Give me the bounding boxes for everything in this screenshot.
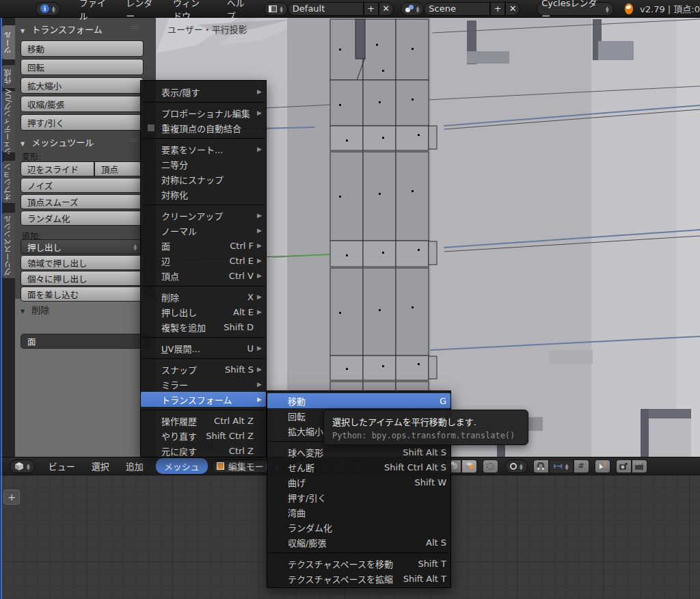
scene-close-button[interactable]: ✕ [505,2,520,16]
button-extrude-region[interactable]: 領域で押し出し [21,255,144,270]
panel-header-mesh-tools[interactable]: ▼ メッシュツール [21,135,94,148]
proportional-snap-project-button[interactable] [595,460,610,473]
menu-item-symmetrize[interactable]: 対称化▶ [141,187,266,202]
tab-tools[interactable]: ツール [1,25,15,60]
select-menu[interactable]: 選択 [83,460,118,472]
tab-grease-pencil[interactable]: グリースペンシル [1,212,15,279]
menu-item-snap[interactable]: スナップShift S▶ [141,362,266,377]
edit-mode-icon [217,462,224,470]
menu-render[interactable]: レンダー [116,0,163,22]
tab-create[interactable]: 作成 [1,64,15,89]
button-translate[interactable]: 移動 [21,40,144,57]
magnet-icon [537,462,545,470]
menu-item-delete[interactable]: 削除X▶ [141,289,266,304]
window-type-selector[interactable]: i ▲▼ [36,2,60,16]
menu-item-faces[interactable]: 面Ctrl F▶ [141,238,266,253]
menu-item-undo[interactable]: 元に戻すCtrl Z▶ [141,443,266,458]
limit-selection-visible-button[interactable] [483,460,498,473]
submenu-item-shear[interactable]: せん断Shift Ctrl Alt S [267,460,450,475]
submenu-item-push-pull[interactable]: 押す/引く [267,490,450,505]
opengl-render-animation-button[interactable] [632,460,647,473]
snap-target-button[interactable]: # [574,460,589,473]
panel-header-transform[interactable]: ▼ トランスフォーム [21,23,103,36]
menu-item-show-hide[interactable]: 表示/隠す▶ [141,84,266,99]
menu-item-mirror[interactable]: ミラー▶ [141,377,266,392]
layout-close-button[interactable]: ✕ [379,2,394,16]
menu-separator [142,410,265,410]
panel-drag-handle[interactable]: ∷∷ [131,25,139,31]
button-vertex-smooth[interactable]: 頂点スムーズ [21,194,144,209]
region-expand-plus-button[interactable]: + [3,490,20,505]
grid-snap-icon: # [578,462,584,470]
delete-type-dropdown[interactable]: 面 ▲▼ [21,334,150,349]
selector-arrows-icon: ▲▼ [520,463,523,470]
pivot-point-selector[interactable]: ▲▼ [505,460,528,473]
checkbox-icon[interactable] [147,124,155,132]
tab-options[interactable]: オプション [1,160,15,204]
submenu-item-randomize[interactable]: ランダム化 [267,520,450,535]
scene-selector-icon-button[interactable]: ▲▼ [401,2,425,16]
menu-item-extrude[interactable]: 押し出しAlt E▶ [141,304,266,319]
submenu-item-scale-texture-space[interactable]: テクスチャスペースを拡縮Shift Alt T [267,571,450,586]
view-menu[interactable]: ビュー [40,460,83,472]
screen-layout-name-field[interactable]: Default [288,2,364,16]
editor-type-selector[interactable]: ▲▼ [10,460,35,473]
panel-drag-handle[interactable]: ∷∷ [131,137,139,144]
clapperboard-icon [634,462,644,470]
button-randomize[interactable]: ランダム化 [21,211,144,226]
button-vertex-slide[interactable]: 頂点 [94,161,144,176]
layout-add-button[interactable]: + [364,2,379,16]
menu-item-edges[interactable]: 辺Ctrl E▶ [141,253,266,268]
tooltip-python-text: Python: bpy.ops.transform.translate() [332,431,520,440]
button-rotate[interactable]: 回転 [21,59,144,75]
menu-item-duplicate[interactable]: 複製を追加Shift D▶ [141,319,266,334]
opengl-render-camera-button[interactable] [616,460,632,473]
menu-item-bisect[interactable]: 二等分▶ [141,157,266,172]
menu-item-uv-unwrap[interactable]: UV展開...U▶ [141,341,266,356]
menu-item-redo[interactable]: やり直すShift Ctrl Z▶ [141,428,266,443]
scene-name-field[interactable]: Scene [424,2,490,16]
menu-item-proportional-editing[interactable]: プロポーショナル編集▶ [141,105,266,120]
face-select-mode-button[interactable] [461,460,477,473]
submenu-item-warp[interactable]: 湾曲 [267,505,450,520]
add-menu[interactable]: 追加 [118,460,152,472]
menu-item-snap-to-symmetry[interactable]: 対称にスナップ▶ [141,172,266,187]
menu-item-transform[interactable]: トランスフォーム▶ [141,392,266,407]
submenu-item-shrink-fatten[interactable]: 収縮/膨張Alt S [267,535,450,550]
menu-help[interactable]: ヘルプ [217,0,257,22]
button-scale[interactable]: 拡大縮小 [21,77,144,94]
panel-header-delete[interactable]: ▼ 削除 [21,303,49,316]
active-region-border [1,18,2,599]
camera-icon [619,462,628,470]
button-extrude-individual[interactable]: 個々に押し出し [21,271,144,286]
scene-add-button[interactable]: + [490,2,505,16]
extrude-dropdown[interactable]: 押し出し ▲▼ [21,239,144,254]
submenu-item-translate[interactable]: 移動G [267,393,450,408]
button-shrink-fatten[interactable]: 収縮/膨張 [21,96,144,112]
button-noise[interactable]: ノイズ [21,178,144,193]
render-engine-dropdown[interactable]: Cyclesレンダー ▲▼ [537,2,613,16]
mesh-menu-button[interactable]: メッシュ [156,458,208,474]
menu-window[interactable]: ウィンドウ [163,0,217,22]
tooltip: 選択したアイテムを平行移動します. Python: bpy.ops.transf… [323,410,528,445]
info-icon: i [40,4,49,13]
button-edge-slide[interactable]: 辺をスライド [21,161,94,176]
submenu-item-bend[interactable]: 曲げShift W [267,475,450,490]
collapse-triangle-icon: ▼ [21,28,25,34]
menu-item-sort-elements[interactable]: 要素をソート...▶ [141,142,266,157]
tab-shading-uv[interactable]: シェーディング/UV [1,90,15,153]
button-inset-faces[interactable]: 面を差し込む [21,287,144,302]
submenu-item-move-texture-space[interactable]: テクスチャスペースを移動Shift T [267,556,450,571]
snap-magnet-toggle[interactable] [533,460,549,473]
menu-item-repeat-history[interactable]: 操作履歴Ctrl Alt Z▶ [141,413,266,428]
snap-element-selector[interactable]: ⊦⊣ ▲▼ [549,460,574,473]
menu-item-normals[interactable]: ノーマル▶ [141,223,266,238]
menu-item-vertices[interactable]: 頂点Ctrl V▶ [141,268,266,283]
screen-layout-icon-button[interactable]: ▲▼ [264,2,288,16]
button-push-pull[interactable]: 押す/引く [21,114,144,131]
submenu-item-to-sphere[interactable]: 球へ変形Shift Alt S [267,444,450,460]
menu-item-automerge[interactable]: 重複頂点の自動結合▶ [141,120,266,135]
menu-file[interactable]: ファイル [70,0,117,22]
menu-item-cleanup[interactable]: クリーンアップ▶ [141,208,266,223]
mesh-menu: 表示/隠す▶ プロポーショナル編集▶ 重複頂点の自動結合▶ 要素をソート...▶… [140,80,267,457]
